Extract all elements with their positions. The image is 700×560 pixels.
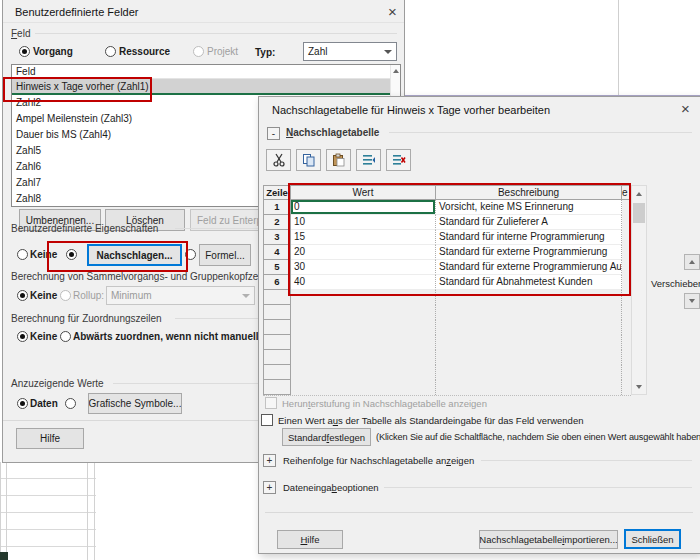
expand-entry-button[interactable]: + bbox=[263, 481, 276, 494]
wert-cell[interactable]: 15 bbox=[291, 230, 436, 245]
radio-data-label[interactable]: Daten bbox=[30, 398, 58, 409]
radio-ressource-label[interactable]: Ressource bbox=[119, 46, 170, 57]
row-number-cell[interactable]: 6 bbox=[263, 275, 291, 290]
help-button[interactable]: Hilfe bbox=[277, 530, 343, 549]
wert-cell[interactable] bbox=[291, 335, 436, 350]
default-value-checkbox-label[interactable]: Einen Wert aus der Tabelle als Standarde… bbox=[278, 415, 583, 426]
wert-cell[interactable]: 40 bbox=[291, 275, 436, 290]
row-number-cell[interactable] bbox=[263, 335, 291, 350]
row-number-cell[interactable]: 4 bbox=[263, 245, 291, 260]
lookup-table-empty-row bbox=[263, 335, 622, 350]
dialog-lookup-table: Nachschlagetabelle für Hinweis x Tage vo… bbox=[258, 96, 700, 554]
beschreibung-cell[interactable]: Standard für interne Programmierung bbox=[436, 230, 622, 245]
radio-vorgang-label[interactable]: Vorgang bbox=[33, 46, 73, 57]
default-value-checkbox[interactable] bbox=[261, 414, 273, 426]
type-combobox[interactable]: Zahl bbox=[303, 42, 397, 61]
beschreibung-cell[interactable]: Standard für externe Programmierung bbox=[436, 245, 622, 260]
lookup-table-empty-row bbox=[263, 290, 622, 305]
radio-summary-none-label[interactable]: Keine bbox=[30, 290, 57, 301]
beschreibung-cell[interactable]: Standard für Abnahmetest Kunden bbox=[436, 275, 622, 290]
lookup-table-empty-row bbox=[263, 380, 622, 395]
close-icon[interactable]: × bbox=[388, 5, 397, 19]
radio-formula[interactable] bbox=[185, 249, 196, 260]
close-icon[interactable]: × bbox=[681, 102, 690, 116]
chevron-down-icon bbox=[384, 50, 392, 54]
wert-cell[interactable] bbox=[291, 290, 436, 305]
lookup-table-row: 10Vorsicht, keine MS Erinnerung bbox=[263, 200, 622, 215]
scrollbar-thumb[interactable] bbox=[633, 203, 645, 223]
radio-rolldown[interactable] bbox=[60, 331, 71, 342]
beschreibung-cell[interactable]: Vorsicht, keine MS Erinnerung bbox=[436, 200, 622, 215]
move-down-button[interactable] bbox=[684, 293, 700, 309]
expand-order-button[interactable]: + bbox=[263, 454, 276, 467]
import-lookup-table-button[interactable]: Nachschlagetabelle importieren... bbox=[479, 530, 618, 549]
radio-properties-none[interactable] bbox=[17, 249, 28, 260]
lookup-button[interactable]: Nachschlagen... bbox=[87, 244, 182, 266]
wert-cell[interactable] bbox=[291, 320, 436, 335]
column-header-beschreibung: Beschreibung bbox=[436, 185, 622, 200]
beschreibung-cell[interactable] bbox=[436, 305, 622, 320]
group-line bbox=[384, 487, 692, 488]
row-number-cell[interactable]: 3 bbox=[263, 230, 291, 245]
help-button[interactable]: Hilfe bbox=[16, 428, 84, 449]
scroll-up-icon[interactable] bbox=[632, 186, 646, 201]
row-number-cell[interactable] bbox=[263, 320, 291, 335]
scroll-down-icon[interactable] bbox=[632, 379, 646, 394]
delete-row-button[interactable] bbox=[386, 149, 411, 171]
radio-assignment-none-label[interactable]: Keine bbox=[30, 331, 57, 342]
set-default-button[interactable]: Standard festlegen bbox=[282, 428, 371, 446]
scroll-up-icon[interactable] bbox=[393, 69, 399, 73]
radio-vorgang[interactable] bbox=[19, 46, 30, 57]
divider bbox=[265, 512, 693, 513]
wert-cell[interactable] bbox=[291, 380, 436, 395]
beschreibung-cell[interactable]: Standard für externe Programmierung Ausl… bbox=[436, 260, 622, 275]
entry-section-label: Dateneingabeoptionen bbox=[283, 482, 379, 493]
row-number-cell[interactable]: 2 bbox=[263, 215, 291, 230]
radio-properties-none-label[interactable]: Keine bbox=[30, 249, 57, 260]
wert-cell[interactable] bbox=[291, 365, 436, 380]
beschreibung-cell[interactable] bbox=[436, 365, 622, 380]
row-number-cell[interactable]: 5 bbox=[263, 260, 291, 275]
beschreibung-cell[interactable] bbox=[436, 380, 622, 395]
graphical-indicators-button[interactable]: Grafische Symbole... bbox=[88, 393, 182, 414]
beschreibung-cell[interactable] bbox=[436, 335, 622, 350]
paste-button[interactable] bbox=[326, 149, 351, 171]
table-scrollbar[interactable] bbox=[631, 185, 647, 395]
wert-cell[interactable] bbox=[291, 305, 436, 320]
row-number-cell[interactable] bbox=[263, 305, 291, 320]
formula-button[interactable]: Formel... bbox=[199, 244, 251, 266]
copy-button[interactable] bbox=[296, 149, 321, 171]
wert-cell[interactable] bbox=[291, 350, 436, 365]
beschreibung-cell[interactable] bbox=[436, 350, 622, 365]
radio-summary-none[interactable] bbox=[17, 290, 28, 301]
field-list-item[interactable]: Hinweis x Tage vorher (Zahl1) bbox=[12, 79, 400, 95]
beschreibung-cell[interactable] bbox=[436, 290, 622, 305]
background-selected-cell bbox=[0, 552, 8, 560]
chevron-down-icon bbox=[242, 294, 250, 298]
rollup-combobox-value: Minimum bbox=[111, 290, 152, 301]
wert-cell[interactable]: 30 bbox=[291, 260, 436, 275]
wert-cell[interactable]: 20 bbox=[291, 245, 436, 260]
cut-button[interactable] bbox=[266, 149, 291, 171]
radio-ressource[interactable] bbox=[105, 46, 116, 57]
cut-icon bbox=[272, 153, 286, 167]
row-number-cell[interactable]: 1 bbox=[263, 200, 291, 215]
wert-cell[interactable]: 10 bbox=[291, 215, 436, 230]
radio-data[interactable] bbox=[17, 398, 28, 409]
collapse-button[interactable]: - bbox=[267, 127, 280, 140]
row-number-cell[interactable] bbox=[263, 350, 291, 365]
radio-assignment-none[interactable] bbox=[17, 331, 28, 342]
beschreibung-cell[interactable]: Standard für Zulieferer A bbox=[436, 215, 622, 230]
insert-row-button[interactable] bbox=[356, 149, 381, 171]
radio-lookup[interactable] bbox=[66, 249, 77, 260]
radio-rollup bbox=[60, 290, 71, 301]
row-number-cell[interactable] bbox=[263, 290, 291, 305]
row-number-cell[interactable] bbox=[263, 365, 291, 380]
row-number-cell[interactable] bbox=[263, 380, 291, 395]
radio-graphical[interactable] bbox=[65, 398, 76, 409]
close-button[interactable]: Schließen bbox=[624, 529, 681, 549]
column-header-zeile: Zeile bbox=[263, 185, 291, 200]
beschreibung-cell[interactable] bbox=[436, 320, 622, 335]
wert-cell[interactable]: 0 bbox=[291, 200, 436, 215]
move-up-button[interactable] bbox=[684, 254, 700, 270]
